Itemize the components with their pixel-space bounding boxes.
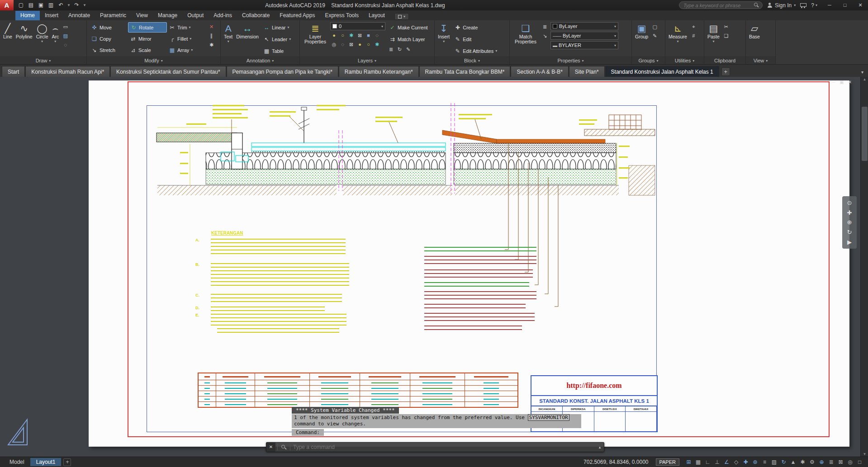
lock-ui-icon[interactable]: ⊠ — [836, 459, 845, 465]
file-tab-rambu-bongkar[interactable]: Rambu Tata Cara Bongkar BBM* — [419, 66, 511, 77]
undo-dropdown-icon[interactable]: ▾ — [66, 1, 71, 9]
file-tab-standard-asphalt[interactable]: Standard Konstruksi Jalan Asphalt Kelas … — [605, 66, 719, 77]
edit-block-button[interactable]: ✎ Edit — [452, 34, 499, 44]
group-edit-icon[interactable]: ✎ — [651, 32, 659, 40]
app-store-cart-icon[interactable] — [800, 3, 806, 8]
group-button[interactable]: ▣ Group — [634, 22, 649, 40]
annotation-monitor-icon[interactable]: ⊕ — [817, 459, 826, 465]
layer-properties-button[interactable]: ≣ Layer Properties — [302, 22, 328, 45]
layer-on-icon[interactable]: ● — [330, 32, 338, 39]
file-tab-septicktank[interactable]: Konstruksi Septicktank dan Sumur Pantau* — [110, 66, 226, 77]
rectangle-icon[interactable]: ▭ — [62, 23, 69, 31]
ribbon-tab-home[interactable]: Home — [15, 11, 40, 20]
layer-select[interactable]: 0 ▾ — [330, 22, 385, 30]
transparency-icon[interactable]: ▨ — [769, 459, 779, 465]
lineweight-icon[interactable]: ≡ — [760, 459, 769, 465]
file-tab-start[interactable]: Start — [2, 66, 25, 77]
search-box[interactable] — [679, 1, 763, 9]
layer-thaw-icon[interactable]: ○ — [365, 41, 372, 48]
selection-cycling-icon[interactable]: ↻ — [779, 459, 788, 465]
new-layout-button[interactable]: + — [63, 458, 71, 466]
ribbon-tab-view[interactable]: View — [131, 11, 153, 20]
maximize-button[interactable]: □ — [837, 0, 853, 10]
close-button[interactable]: ✕ — [853, 0, 868, 10]
file-tab-section[interactable]: Section A-A & B-B* — [511, 66, 568, 77]
file-tabs-menu-icon[interactable]: ▾ — [861, 70, 863, 75]
layer-on-icon[interactable]: ● — [356, 41, 364, 48]
match-layer-button[interactable]: ⇉ Match Layer — [387, 34, 430, 44]
orbit-icon[interactable]: ↻ — [847, 229, 852, 236]
layer-thaw-icon[interactable]: ○ — [339, 32, 346, 39]
ribbon-tab-parametric[interactable]: Parametric — [95, 11, 131, 20]
help-button[interactable]: ? ▾ — [811, 2, 817, 9]
offset-icon[interactable]: ∥ — [208, 32, 215, 40]
scroll-down-icon[interactable]: ▼ — [861, 452, 868, 456]
file-tab-site-plan[interactable]: Site Plan* — [569, 66, 605, 77]
ribbon-tab-collaborate[interactable]: Collaborate — [237, 11, 275, 20]
panel-draw-footer[interactable]: Draw ▾ — [0, 57, 86, 64]
match-properties-button[interactable]: ❏ Match Properties — [512, 22, 539, 45]
scrollbar-thumb[interactable] — [862, 107, 868, 161]
snap-icon[interactable]: ▦ — [693, 459, 703, 465]
object-snap-tracking-icon[interactable]: ✚ — [741, 459, 750, 465]
ungroup-icon[interactable]: ▢ — [651, 23, 659, 31]
stretch-button[interactable]: ↘ Stretch — [89, 45, 128, 55]
navigation-wheel-icon[interactable]: ⊙ — [847, 199, 852, 206]
drawing-area[interactable]: KETERANGAN A. B. C. D. E. htt — [0, 77, 868, 457]
array-button[interactable]: ▦ Array ▾ — [167, 45, 206, 55]
panel-utilities-footer[interactable]: Utilities ▾ — [665, 57, 704, 64]
command-history-icon[interactable]: ▴ — [596, 445, 604, 449]
minimize-button[interactable]: ─ — [822, 0, 837, 10]
paper-space-toggle[interactable]: PAPER — [656, 458, 679, 466]
panel-layers-footer[interactable]: Layers ▾ — [300, 57, 434, 64]
zoom-icon[interactable]: ⊕ — [847, 219, 852, 226]
panel-properties-footer[interactable]: Properties ▾ — [510, 57, 631, 64]
linear-button[interactable]: ↔ Linear ▾ — [261, 22, 293, 33]
vertical-scrollbar[interactable]: ▲ ▼ — [860, 77, 868, 457]
base-button[interactable]: ▱ Base — [748, 22, 761, 40]
dialog-launcher-icon[interactable]: ↘ — [541, 32, 549, 40]
erase-icon[interactable]: ✕ — [208, 23, 215, 31]
command-input[interactable] — [292, 443, 596, 451]
model-tab[interactable]: Model — [4, 458, 30, 466]
qat-menu-icon[interactable]: ▾ — [82, 1, 87, 9]
move-button[interactable]: ✜ Move — [89, 22, 128, 33]
arc-button[interactable]: ⌢ Arc ▾ — [51, 22, 60, 44]
new-drawing-tab-button[interactable]: + — [721, 67, 730, 76]
ribbon-tab-insert[interactable]: Insert — [40, 11, 63, 20]
linetype-select[interactable]: —— ByLayer ▾ — [550, 32, 618, 40]
grid-icon[interactable]: ⊞ — [684, 459, 693, 465]
leader-button[interactable]: ↖ Leader ▾ — [261, 34, 293, 44]
application-menu-button[interactable]: A — [0, 0, 14, 10]
create-block-button[interactable]: ✚ Create — [452, 22, 499, 33]
clean-screen-icon[interactable]: □ — [855, 459, 864, 465]
sign-in-button[interactable]: Sign In ▾ — [767, 2, 796, 9]
redo-icon[interactable]: ↷ — [72, 1, 81, 9]
circle-button[interactable]: ◯ Circle ▾ — [35, 22, 49, 44]
doc-restore-button[interactable]: ▣ — [840, 80, 844, 85]
mirror-button[interactable]: ⇄ Mirror — [128, 33, 167, 44]
polar-tracking-icon[interactable]: ∠ — [722, 459, 731, 465]
layer-lock-icon[interactable]: ⊠ — [347, 41, 355, 48]
command-search-icon[interactable] — [281, 445, 286, 450]
file-tab-rambu-keterangan[interactable]: Rambu Rambu Keterangan* — [339, 66, 419, 77]
file-tab-konstruksi-rumah[interactable]: Konstruksi Rumah Racun Api* — [25, 66, 110, 77]
new-icon[interactable]: ▢ — [16, 1, 26, 9]
panel-clipboard-footer[interactable]: Clipboard — [704, 57, 745, 64]
layer-freeze-icon[interactable]: ✱ — [347, 32, 355, 39]
layer-edit-icon[interactable]: ✎ — [404, 46, 412, 53]
hatch-icon[interactable]: ▨ — [62, 32, 69, 40]
ribbon-tab-output[interactable]: Output — [182, 11, 209, 20]
layer-previous-icon[interactable]: ↻ — [396, 46, 403, 53]
text-button[interactable]: A Text ▾ — [223, 22, 233, 44]
panel-modify-footer[interactable]: Modify ▾ — [87, 57, 220, 64]
layer-off-icon[interactable]: ◌ — [373, 32, 381, 39]
properties-list-icon[interactable]: ≣ — [541, 23, 549, 31]
id-point-icon[interactable]: ⌖ — [690, 23, 697, 31]
rotate-button[interactable]: ↻ Rotate — [128, 22, 167, 33]
ribbon-tab-express-tools[interactable]: Express Tools — [320, 11, 363, 20]
layer-unisolate-icon[interactable]: ◌ — [339, 41, 346, 48]
object-color-select[interactable]: ByLayer ▾ — [550, 22, 618, 30]
doc-close-button[interactable]: ✕ — [848, 80, 852, 85]
quick-properties-icon[interactable]: ≣ — [826, 459, 836, 465]
